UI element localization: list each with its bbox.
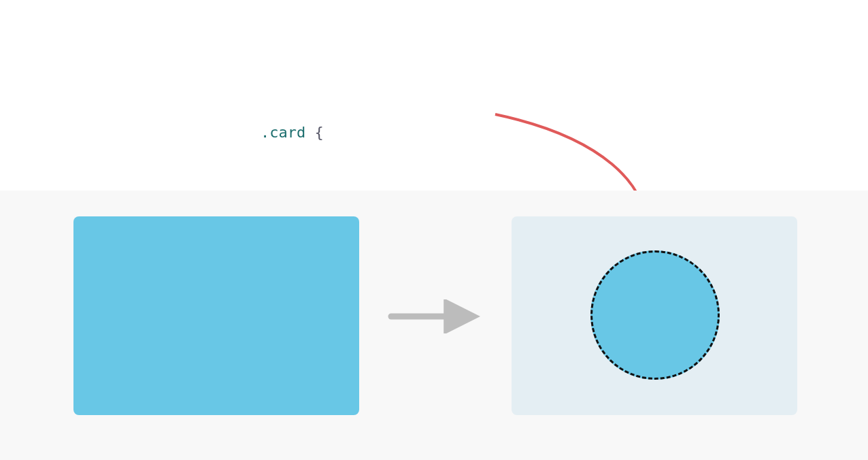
card-before (73, 216, 359, 415)
css-selector: .card (261, 124, 305, 141)
clip-circle-dashed-outline (590, 250, 720, 380)
demo-stage (0, 191, 868, 460)
brace-open: { (314, 124, 323, 141)
arrow-right-icon (388, 299, 483, 333)
